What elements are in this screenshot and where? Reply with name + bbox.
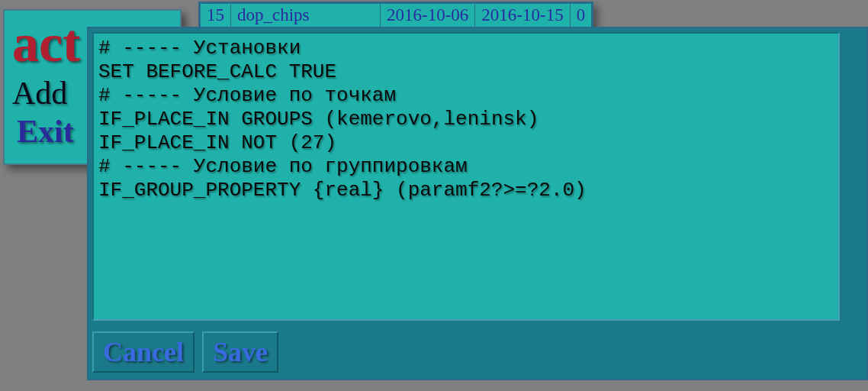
cell-name: dop_chips <box>231 4 381 27</box>
save-button[interactable]: Save <box>202 331 278 373</box>
records-table: 15 dop_chips 2016-10-06 2016-10-15 0 <box>200 3 592 27</box>
cell-id: 15 <box>201 4 231 27</box>
cancel-button[interactable]: Cancel <box>92 331 194 373</box>
modal-button-row: Cancel Save <box>92 331 863 373</box>
cell-flag: 0 <box>570 4 592 27</box>
editor-modal: Cancel Save <box>87 27 868 380</box>
table-row[interactable]: 15 dop_chips 2016-10-06 2016-10-15 0 <box>201 4 592 27</box>
code-editor[interactable] <box>92 32 840 321</box>
cell-date-from: 2016-10-06 <box>381 4 475 27</box>
cell-date-to: 2016-10-15 <box>475 4 570 27</box>
records-table-wrap: 15 dop_chips 2016-10-06 2016-10-15 0 <box>198 2 593 29</box>
